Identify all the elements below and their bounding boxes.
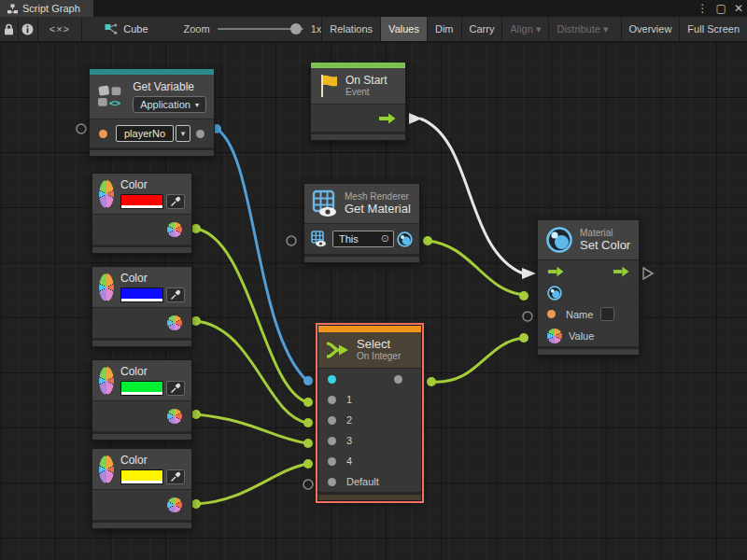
material-output-port[interactable] [397,231,413,247]
port-branch-input[interactable] [328,457,336,466]
port-color2-output[interactable] [191,316,201,326]
mesh-renderer-port-icon[interactable] [311,231,327,247]
port-value-input[interactable] [519,333,529,343]
node-color-2[interactable]: Color [92,266,192,347]
node-set-color[interactable]: Material Set Color [537,219,640,356]
port-getmaterial-output[interactable] [423,236,432,245]
color-swatch[interactable] [120,381,163,396]
port-color-output[interactable] [167,315,182,330]
align-button[interactable]: Align ▾ [501,17,548,41]
close-icon[interactable]: ✕ [734,0,743,17]
flow-port-empty-setcolor-exit[interactable] [643,268,653,279]
eyedropper-icon [170,196,181,207]
maximize-icon[interactable]: ▢ [716,0,726,17]
port-selector-input[interactable] [328,375,336,384]
node-title: Color [120,272,185,285]
dim-button[interactable]: Dim [427,17,461,41]
variable-scope-dropdown[interactable]: Application ▾ [133,96,206,113]
values-button[interactable]: Values [380,17,427,41]
flow-output-port[interactable] [613,266,629,277]
kebab-menu-icon[interactable]: ⋮ [698,0,709,17]
port-color3-output[interactable] [191,410,201,419]
port-branch-input[interactable] [328,437,336,445]
name-input-field[interactable] [600,307,614,321]
port-empty-name[interactable] [523,312,532,321]
port-name-input[interactable] [547,310,556,318]
port-material-input[interactable] [519,291,529,301]
flow-arrow-into-setcolor[interactable] [522,268,536,279]
node-on-start[interactable]: On Start Event [310,62,406,141]
full-screen-button[interactable]: Full Screen [679,17,747,41]
graph-selector[interactable]: Cube [95,17,157,41]
chevron-down-icon: ▾ [603,23,609,35]
port-empty-default[interactable] [303,480,313,489]
chevron-down-icon: ▾ [195,101,199,109]
eyedropper-button[interactable] [166,469,185,484]
node-footer [90,147,214,156]
target-picker-icon[interactable]: ⊙ [381,232,389,245]
flow-arrow-onstart[interactable] [409,113,422,124]
lock-icon [4,23,14,35]
relations-button[interactable]: Relations [321,17,380,41]
eyedropper-button[interactable] [166,194,185,209]
node-color-3[interactable]: Color [92,359,192,441]
wire-playerno-to-selector [217,129,307,381]
color-swatch[interactable] [120,194,163,209]
wire-green-to-branch3 [196,414,307,443]
branch-label: 1 [346,394,352,405]
port-branch-input[interactable] [328,416,336,425]
zoom-slider-handle[interactable] [290,23,302,35]
port-color-output[interactable] [167,222,182,237]
zoom-slider[interactable] [218,28,303,30]
node-title: Get Variable [133,80,206,93]
code-view-button[interactable]: <×> [38,17,83,41]
eyedropper-button[interactable] [166,287,185,302]
color-swatch[interactable] [120,287,163,302]
lock-button[interactable] [0,17,19,41]
wire-yellow-to-branch4 [196,464,307,504]
node-get-variable[interactable]: <> Get Variable Application ▾ playerNo ▾ [89,68,215,157]
tab-script-graph[interactable]: Script Graph [0,0,93,17]
node-select[interactable]: Select On Integer 1 2 [317,325,422,501]
eyedropper-icon [170,289,181,301]
port-empty-getvariable[interactable] [77,124,86,133]
port-branch1-input[interactable] [303,398,313,407]
branch-label: Default [346,476,379,487]
port-selection-output[interactable] [394,375,402,384]
flow-output-port[interactable] [378,113,396,124]
port-branch4-input[interactable] [303,459,313,469]
material-input-port[interactable] [547,286,562,301]
info-icon [21,23,34,35]
port-default-input[interactable] [328,478,336,486]
port-value-output[interactable] [196,130,204,138]
port-name-input[interactable] [99,130,107,138]
eyedropper-button[interactable] [166,381,185,396]
port-color-output[interactable] [167,409,182,424]
port-branch-input[interactable] [328,396,336,404]
node-title: On Start [345,74,388,87]
select-accent-bar [318,326,421,332]
port-select-output[interactable] [427,377,436,386]
port-selector-input[interactable] [303,376,313,385]
port-branch3-input[interactable] [303,439,313,448]
port-color-output[interactable] [167,497,182,512]
info-button[interactable] [19,17,37,41]
carry-button[interactable]: Carry [461,17,502,41]
port-branch2-input[interactable] [303,418,313,427]
port-empty-getmaterial[interactable] [287,236,296,245]
target-field[interactable]: This ⊙ [332,231,394,247]
port-value-input[interactable] [547,329,562,343]
port-color1-output[interactable] [191,224,201,233]
node-get-material[interactable]: Mesh Renderer Get Material This ⊙ [303,183,420,263]
overview-button[interactable]: Overview [621,17,680,41]
port-color4-output[interactable] [191,499,201,509]
variable-name-dropdown[interactable]: ▾ [176,125,190,142]
distribute-button[interactable]: Distribute ▾ [548,17,615,41]
node-color-4[interactable]: Color [92,448,192,529]
graph-canvas[interactable]: <> Get Variable Application ▾ playerNo ▾ [0,42,747,560]
flow-input-port[interactable] [547,266,564,277]
node-footer [311,132,405,140]
color-swatch[interactable] [120,469,163,484]
node-color-1[interactable]: Color [92,173,192,254]
variable-name-field[interactable]: playerNo [116,125,174,142]
